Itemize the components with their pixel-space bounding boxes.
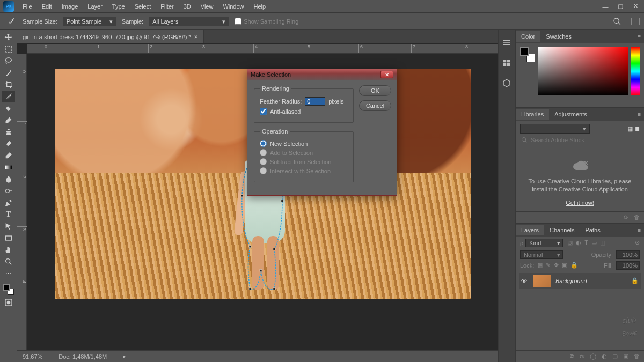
sample-size-select[interactable]: Point Sample (63, 17, 116, 26)
channels-tab[interactable]: Channels (544, 225, 580, 235)
color-fg-bg-swatch[interactable] (520, 47, 535, 62)
adjustment-layer-icon[interactable]: ◐ (602, 353, 607, 360)
menu-edit[interactable]: Edit (38, 2, 56, 11)
edit-toolbar[interactable]: ⋯ (2, 268, 15, 279)
history-panel-icon[interactable] (502, 38, 513, 48)
eyedropper-options-icon[interactable] (4, 15, 17, 28)
menu-layer[interactable]: Layer (83, 2, 107, 11)
layer-fx-icon[interactable]: fx (580, 353, 584, 360)
color-panel-menu-icon[interactable]: ≡ (634, 33, 644, 40)
blur-tool[interactable] (2, 174, 15, 184)
libraries-tab[interactable]: Libraries (516, 109, 549, 120)
menu-file[interactable]: File (18, 2, 36, 11)
eraser-tool[interactable] (2, 150, 15, 161)
move-tool[interactable] (2, 32, 15, 43)
layer-thumbnail[interactable] (533, 275, 551, 287)
brush-tool[interactable] (2, 115, 15, 125)
clone-stamp-tool[interactable] (2, 127, 15, 137)
color-field[interactable] (538, 47, 628, 95)
menu-select[interactable]: Select (130, 2, 156, 11)
opacity-field[interactable]: 100% (616, 250, 640, 259)
layers-tab[interactable]: Layers (516, 225, 544, 235)
close-window-button[interactable]: ✕ (630, 2, 641, 11)
layer-name[interactable]: Background (555, 278, 627, 284)
swatches-tab[interactable]: Swatches (540, 31, 577, 42)
layer-row[interactable]: 👁 Background 🔒 (519, 273, 641, 289)
dodge-tool[interactable] (2, 186, 15, 196)
anti-aliased-checkbox[interactable]: Anti-aliased (260, 108, 348, 115)
dialog-titlebar[interactable]: Make Selection ✕ (247, 69, 397, 80)
filter-type-icon[interactable]: T (584, 239, 588, 246)
properties-panel-icon[interactable] (502, 58, 513, 69)
pen-tool[interactable] (2, 197, 15, 208)
link-layers-icon[interactable]: ⧉ (570, 353, 574, 360)
feather-radius-input[interactable] (305, 97, 325, 106)
menu-3d[interactable]: 3D (179, 2, 195, 11)
sample-select[interactable]: All Layers (149, 17, 229, 26)
gradient-tool[interactable] (2, 162, 15, 173)
lock-artboard-icon[interactable]: ▣ (562, 262, 567, 269)
op-new-radio[interactable]: New Selection (260, 140, 348, 147)
crop-tool[interactable] (2, 79, 15, 90)
workspace-layout-icon[interactable] (631, 18, 640, 25)
doc-info-flyout[interactable]: ▸ (123, 353, 126, 360)
layer-group-icon[interactable]: ▢ (612, 353, 618, 360)
type-tool[interactable]: T (2, 209, 15, 220)
menu-image[interactable]: Image (57, 2, 83, 11)
layers-menu-icon[interactable]: ≡ (634, 227, 644, 233)
menu-type[interactable]: Type (108, 2, 129, 11)
menu-window[interactable]: Window (218, 2, 248, 11)
lock-all-icon[interactable]: ▩ (537, 262, 543, 269)
layer-mask-icon[interactable]: ◯ (590, 353, 596, 360)
filter-toggle[interactable]: ⊘ (635, 239, 640, 246)
show-sampling-ring-checkbox[interactable]: Show Sampling Ring (235, 18, 298, 25)
filter-adjust-icon[interactable]: ◐ (576, 239, 581, 246)
color-tab[interactable]: Color (516, 31, 540, 42)
menu-help[interactable]: Help (250, 2, 270, 11)
stock-search-input[interactable] (531, 137, 639, 143)
quick-mask-toggle[interactable] (2, 297, 15, 308)
path-selection-tool[interactable] (2, 221, 15, 232)
3d-panel-icon[interactable] (502, 78, 513, 89)
menu-filter[interactable]: Filter (156, 2, 178, 11)
filter-pixel-icon[interactable]: ▧ (567, 239, 573, 246)
cc-get-link[interactable]: Get it now! (566, 200, 594, 206)
lib-grid-icon[interactable]: ▦ (627, 125, 633, 132)
layer-lock-icon[interactable]: 🔒 (631, 277, 639, 284)
filter-smart-icon[interactable]: ◫ (600, 239, 605, 246)
menu-view[interactable]: View (196, 2, 218, 11)
layer-filter-select[interactable]: Kind (525, 239, 563, 247)
healing-brush-tool[interactable] (2, 103, 15, 114)
delete-layer-icon[interactable]: 🗑 (634, 353, 640, 360)
search-icon[interactable] (613, 17, 621, 26)
zoom-tool[interactable] (2, 256, 15, 267)
hue-slider[interactable] (631, 47, 640, 95)
foreground-background-colors[interactable] (2, 283, 15, 296)
dialog-close-button[interactable]: ✕ (380, 71, 393, 78)
history-brush-tool[interactable] (2, 138, 15, 149)
magic-wand-tool[interactable] (2, 68, 15, 78)
blend-mode-select[interactable]: Normal (520, 250, 563, 259)
paths-tab[interactable]: Paths (580, 225, 606, 235)
show-ring-checkbox-input[interactable] (235, 18, 241, 25)
eyedropper-tool[interactable] (2, 91, 15, 102)
minimize-button[interactable]: ― (600, 2, 611, 11)
lib-sync-icon[interactable]: ⟳ (624, 214, 628, 221)
marquee-tool[interactable] (2, 44, 15, 55)
ok-button[interactable]: OK (359, 85, 391, 96)
lock-icon[interactable]: 🔒 (570, 262, 578, 269)
tab-close-icon[interactable]: × (194, 33, 198, 41)
lasso-tool[interactable] (2, 56, 15, 67)
new-layer-icon[interactable]: ▣ (623, 353, 628, 360)
library-select[interactable] (520, 124, 590, 134)
rectangle-tool[interactable] (2, 233, 15, 243)
fill-field[interactable]: 100% (616, 261, 640, 270)
filter-shape-icon[interactable]: ▭ (591, 239, 597, 246)
hand-tool[interactable] (2, 245, 15, 255)
libraries-menu-icon[interactable]: ≡ (634, 111, 644, 117)
cancel-button[interactable]: Cancel (359, 100, 391, 111)
layer-visibility-icon[interactable]: 👁 (521, 278, 529, 284)
lock-pixels-icon[interactable]: ✎ (546, 262, 551, 269)
anti-aliased-input[interactable] (260, 108, 267, 115)
zoom-level[interactable]: 91,67% (23, 353, 42, 360)
